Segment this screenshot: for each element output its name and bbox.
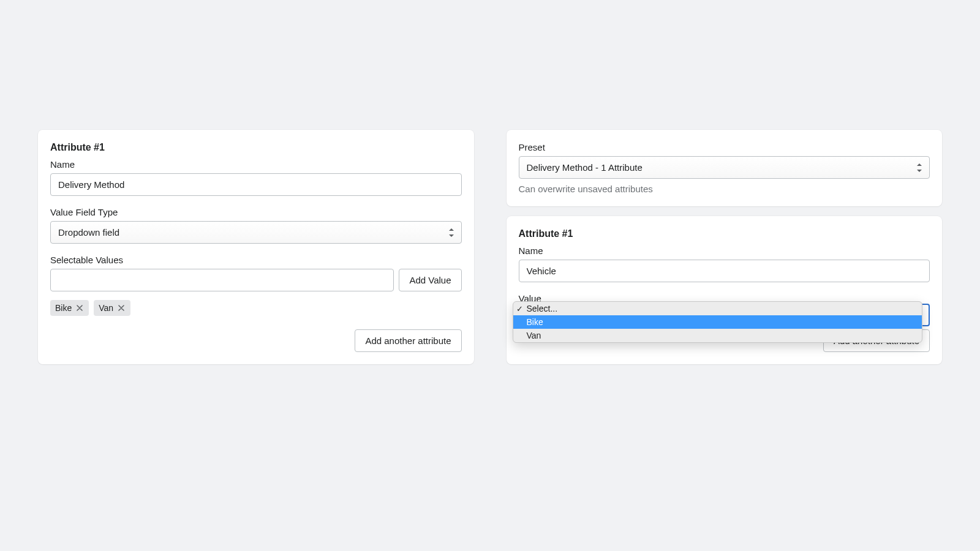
selectable-values-label: Selectable Values [50, 255, 462, 265]
attribute-card-right: Attribute #1 Name Value ✓ Select... Bike… [507, 216, 943, 364]
selectable-values-input[interactable] [50, 269, 394, 291]
preset-value: Delivery Method - 1 Attribute [527, 162, 643, 173]
tags-list: BikeVan [50, 300, 462, 316]
attribute-card-left: Attribute #1 Name Value Field Type Dropd… [38, 130, 474, 364]
dropdown-option-placeholder[interactable]: ✓ Select... [513, 302, 922, 315]
attribute-title: Attribute #1 [50, 142, 462, 153]
tag-label: Van [99, 303, 113, 313]
dropdown-option[interactable]: Bike [513, 315, 922, 329]
value-field-type-section: Value Field Type Dropdown field [50, 207, 462, 244]
checkmark-icon: ✓ [516, 304, 523, 313]
preset-select[interactable]: Delivery Method - 1 Attribute [519, 156, 930, 179]
name-input[interactable] [519, 260, 930, 282]
close-icon[interactable] [75, 304, 84, 312]
right-column: Preset Delivery Method - 1 Attribute Can… [507, 130, 943, 364]
name-section: Name [50, 159, 462, 196]
value-dropdown-menu: ✓ Select... BikeVan [513, 301, 923, 343]
attribute-title: Attribute #1 [519, 228, 930, 239]
tag: Van [94, 300, 130, 316]
selectable-values-section: Selectable Values Add Value BikeVan [50, 255, 462, 316]
preset-label: Preset [519, 142, 930, 152]
name-label: Name [519, 246, 930, 256]
tag: Bike [50, 300, 89, 316]
dropdown-option[interactable]: Van [513, 329, 922, 342]
name-label: Name [50, 159, 462, 170]
preset-helper: Can overwrite unsaved attributes [519, 184, 930, 194]
add-another-attribute-button[interactable]: Add another attribute [355, 329, 461, 352]
name-input[interactable] [50, 173, 462, 196]
dropdown-placeholder-text: Select... [527, 304, 558, 313]
tag-label: Bike [55, 303, 72, 313]
add-value-button[interactable]: Add Value [399, 269, 461, 291]
name-section: Name [519, 246, 930, 282]
value-field-type-select[interactable]: Dropdown field [50, 221, 462, 244]
left-column: Attribute #1 Name Value Field Type Dropd… [38, 130, 474, 364]
preset-card: Preset Delivery Method - 1 Attribute Can… [507, 130, 943, 206]
value-field-type-label: Value Field Type [50, 207, 462, 217]
close-icon[interactable] [117, 304, 126, 312]
value-field-type-value: Dropdown field [58, 227, 119, 238]
